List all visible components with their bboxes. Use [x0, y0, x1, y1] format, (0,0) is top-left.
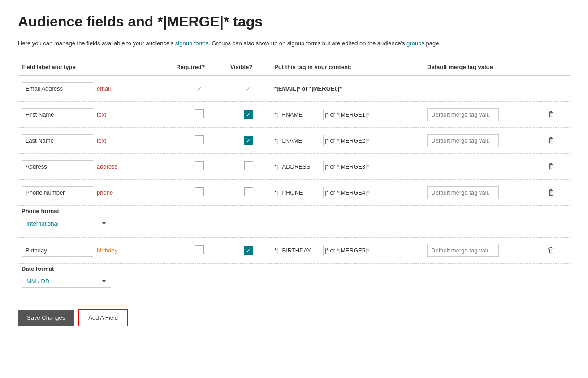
merge-tag-suffix-birthday: |* or *|MERGE5|*	[324, 247, 369, 254]
delete-cell-lname: 🗑	[542, 127, 570, 153]
format-select-birthday[interactable]: MM / DDDD / MM	[22, 275, 111, 288]
delete-button-lname[interactable]: 🗑	[545, 134, 557, 147]
field-type-birthday: birthday	[97, 247, 117, 254]
visible-unchecked[interactable]	[244, 187, 253, 196]
col-header-actions	[542, 59, 570, 75]
merge-tag-prefix-fname: *|	[274, 111, 278, 118]
visible-check-disabled: ✓	[246, 85, 251, 92]
required-unchecked[interactable]	[195, 135, 204, 144]
default-value-cell-phone	[424, 179, 542, 205]
default-value-cell-birthday	[424, 237, 542, 263]
merge-tag-cell-email: *|EMAIL|* or *|MERGE0|*	[271, 75, 424, 102]
merge-tag-prefix-phone: *|	[274, 189, 278, 196]
merge-tag-input-phone[interactable]	[279, 187, 324, 198]
required-cell-lname[interactable]	[173, 127, 226, 153]
delete-button-fname[interactable]: 🗑	[545, 108, 557, 121]
col-header-merge-tag: Put this tag in your content:	[271, 59, 424, 75]
page-title: Audience fields and *|MERGE|* tags	[18, 13, 570, 30]
field-label-input-birthday[interactable]	[22, 244, 93, 257]
merge-tag-full-email: *|EMAIL|* or *|MERGE0|*	[274, 85, 342, 92]
visible-checked[interactable]: ✓	[244, 136, 253, 145]
visible-checked[interactable]: ✓	[244, 246, 253, 255]
table-row: text✓*||* or *|MERGE2|*🗑	[18, 127, 570, 153]
subrow-label-phone: Phone format	[22, 208, 566, 214]
delete-cell-email	[542, 75, 570, 102]
required-unchecked[interactable]	[195, 161, 204, 170]
required-unchecked[interactable]	[195, 245, 204, 254]
required-check-disabled: ✓	[197, 85, 203, 92]
subrow-cell-birthday: Date formatMM / DDDD / MM	[18, 263, 570, 295]
field-label-input-phone[interactable]	[22, 186, 93, 199]
table-row: address*||* or *|MERGE3|*🗑	[18, 153, 570, 179]
subrow-cell-phone: Phone formatInternationalUS/CanadaUKOthe…	[18, 205, 570, 237]
merge-tag-suffix-fname: |* or *|MERGE1|*	[324, 111, 369, 118]
merge-tag-input-lname[interactable]	[279, 135, 324, 146]
delete-button-phone[interactable]: 🗑	[545, 186, 557, 199]
default-merge-input-birthday[interactable]	[427, 244, 499, 257]
delete-button-birthday[interactable]: 🗑	[545, 244, 557, 257]
visible-checked[interactable]: ✓	[244, 110, 253, 119]
merge-tag-suffix-lname: |* or *|MERGE2|*	[324, 137, 369, 144]
default-value-cell-lname	[424, 127, 542, 153]
delete-cell-phone: 🗑	[542, 179, 570, 205]
visible-cell-address[interactable]	[227, 153, 271, 179]
default-value-cell-email	[424, 75, 542, 102]
default-value-cell-address	[424, 153, 542, 179]
field-type-lname: text	[97, 137, 106, 144]
signup-forms-link[interactable]: signup forms	[175, 40, 208, 47]
merge-tag-cell-phone: *||* or *|MERGE4|*	[271, 179, 424, 205]
default-value-cell-fname	[424, 101, 542, 127]
default-merge-input-fname[interactable]	[427, 108, 499, 121]
col-header-default: Default merge tag value	[424, 59, 542, 75]
merge-tag-input-address[interactable]	[279, 161, 324, 172]
visible-unchecked[interactable]	[244, 161, 253, 170]
fields-table: Field label and type Required? Visible? …	[18, 59, 570, 295]
merge-tag-cell-lname: *||* or *|MERGE2|*	[271, 127, 424, 153]
required-cell-birthday[interactable]	[173, 237, 226, 263]
delete-cell-birthday: 🗑	[542, 237, 570, 263]
merge-tag-suffix-address: |* or *|MERGE3|*	[324, 163, 369, 170]
merge-tag-input-fname[interactable]	[279, 109, 324, 120]
merge-tag-prefix-lname: *|	[274, 137, 278, 144]
field-label-input-lname[interactable]	[22, 134, 93, 147]
field-type-email: email	[97, 85, 111, 92]
format-select-phone[interactable]: InternationalUS/CanadaUKOther	[22, 217, 111, 230]
field-type-address: address	[97, 163, 117, 170]
delete-button-address[interactable]: 🗑	[545, 160, 557, 173]
field-label-input-address[interactable]	[22, 160, 93, 173]
required-cell-email: ✓	[173, 75, 226, 102]
table-row: birthday✓*||* or *|MERGE5|*🗑	[18, 237, 570, 263]
merge-tag-input-birthday[interactable]	[279, 245, 324, 256]
table-row: email✓✓*|EMAIL|* or *|MERGE0|*	[18, 75, 570, 102]
col-header-required: Required?	[173, 59, 226, 75]
merge-tag-cell-birthday: *||* or *|MERGE5|*	[271, 237, 424, 263]
field-label-input-email[interactable]	[22, 82, 93, 95]
table-row: phone*||* or *|MERGE4|*🗑	[18, 179, 570, 205]
add-field-button[interactable]: Add A Field	[78, 309, 128, 326]
visible-cell-phone[interactable]	[227, 179, 271, 205]
visible-cell-email: ✓	[227, 75, 271, 102]
merge-tag-suffix-phone: |* or *|MERGE4|*	[324, 189, 369, 196]
required-cell-address[interactable]	[173, 153, 226, 179]
table-row: text✓*||* or *|MERGE1|*🗑	[18, 101, 570, 127]
required-cell-phone[interactable]	[173, 179, 226, 205]
intro-text: Here you can manage the fields available…	[18, 39, 570, 48]
subrow-label-birthday: Date format	[22, 265, 566, 272]
required-unchecked[interactable]	[195, 187, 204, 196]
visible-cell-lname: ✓	[227, 127, 271, 153]
groups-link[interactable]: groups	[406, 40, 424, 47]
required-unchecked[interactable]	[195, 109, 204, 118]
required-cell-fname[interactable]	[173, 101, 226, 127]
visible-cell-fname: ✓	[227, 101, 271, 127]
field-type-fname: text	[97, 111, 106, 118]
default-merge-input-phone[interactable]	[427, 186, 499, 199]
merge-tag-cell-fname: *||* or *|MERGE1|*	[271, 101, 424, 127]
field-label-input-fname[interactable]	[22, 108, 93, 121]
merge-tag-prefix-address: *|	[274, 163, 278, 170]
actions-row: Save Changes Add A Field	[18, 304, 570, 326]
save-changes-button[interactable]: Save Changes	[18, 310, 74, 326]
default-merge-input-lname[interactable]	[427, 134, 499, 147]
col-header-visible: Visible?	[227, 59, 271, 75]
delete-cell-fname: 🗑	[542, 101, 570, 127]
field-type-phone: phone	[97, 189, 113, 196]
